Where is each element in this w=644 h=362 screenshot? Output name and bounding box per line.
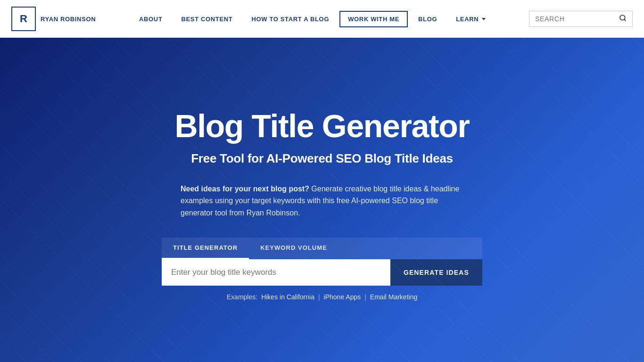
tab-keyword-volume[interactable]: KEYWORD VOLUME: [249, 238, 339, 259]
keyword-input[interactable]: [162, 259, 390, 286]
examples-label: Examples:: [227, 293, 257, 301]
example-email[interactable]: Email Marketing: [370, 293, 417, 301]
nav-item-best-content[interactable]: BEST CONTENT: [173, 11, 241, 27]
search-input[interactable]: [535, 15, 615, 23]
main-nav: ABOUT BEST CONTENT HOW TO START A BLOG W…: [96, 11, 529, 27]
hero-description-bold: Need ideas for your next blog post?: [181, 185, 309, 193]
input-row: GENERATE IDEAS: [162, 259, 482, 286]
tab-row: TITLE GENERATOR KEYWORD VOLUME: [162, 238, 482, 259]
nav-item-work-with-me[interactable]: WORK WITH ME: [339, 11, 408, 27]
hero-description: Need ideas for your next blog post? Gene…: [181, 183, 463, 219]
nav-item-blog[interactable]: BLOG: [410, 11, 446, 27]
example-iphone[interactable]: iPhone Apps: [324, 293, 361, 301]
learn-chevron-icon: [482, 18, 486, 20]
logo-letter: R: [20, 13, 27, 25]
generate-ideas-button[interactable]: GENERATE IDEAS: [390, 259, 482, 286]
hero-subtitle: Free Tool for AI-Powered SEO Blog Title …: [191, 151, 453, 166]
separator-1: |: [318, 293, 320, 301]
example-hikes[interactable]: Hikes in California: [261, 293, 314, 301]
tool-box: TITLE GENERATOR KEYWORD VOLUME GENERATE …: [162, 238, 482, 286]
site-header: R RYAN ROBINSON ABOUT BEST CONTENT HOW T…: [0, 0, 644, 38]
logo-box: R: [11, 7, 36, 31]
search-icon[interactable]: [619, 14, 627, 24]
logo[interactable]: R RYAN ROBINSON: [11, 7, 96, 31]
nav-item-how-to-start[interactable]: HOW TO START A BLOG: [243, 11, 338, 27]
search-box: [529, 11, 633, 27]
hero-section: Blog Title Generator Free Tool for AI-Po…: [0, 38, 644, 362]
hero-title: Blog Title Generator: [174, 108, 469, 144]
svg-line-1: [624, 19, 626, 21]
examples-row: Examples: Hikes in California | iPhone A…: [227, 293, 417, 301]
separator-2: |: [364, 293, 366, 301]
nav-item-learn[interactable]: LEARN: [447, 11, 494, 27]
nav-item-about[interactable]: ABOUT: [131, 11, 171, 27]
logo-name: RYAN ROBINSON: [41, 16, 96, 23]
tab-title-generator[interactable]: TITLE GENERATOR: [162, 238, 249, 259]
